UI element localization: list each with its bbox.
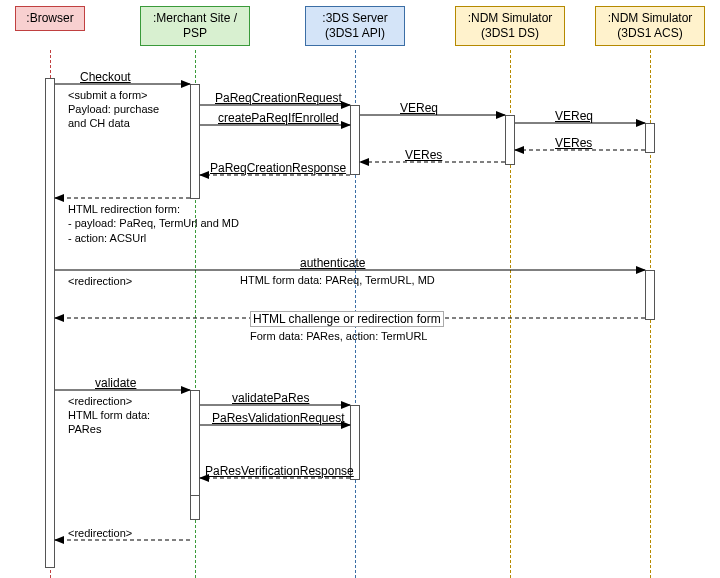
activation-acs-2 <box>645 270 655 320</box>
activation-ds-1 <box>505 115 515 165</box>
msg-authenticate: authenticate <box>300 256 365 270</box>
participant-acs: :NDM Simulator (3DS1 ACS) <box>595 6 705 46</box>
msg-payload-1: Payload: purchase and CH data <box>68 102 159 131</box>
msg-vereq-1: VEReq <box>400 101 438 115</box>
msg-redirection-3: <redirection> <box>68 526 132 540</box>
participant-merchant: :Merchant Site / PSP <box>140 6 250 46</box>
msg-formdata-3: HTML form data: PARes <box>68 408 150 437</box>
msg-pares-val-req: PaResValidationRequest <box>212 411 345 425</box>
msg-formdata-1: HTML form data: PAReq, TermURL, MD <box>240 274 435 287</box>
msg-vereq-2: VEReq <box>555 109 593 123</box>
sequence-diagram: :Browser :Merchant Site / PSP :3DS Serve… <box>0 0 720 578</box>
msg-pareq-req: PaReqCreationRequest <box>215 91 342 105</box>
participant-server: :3DS Server (3DS1 API) <box>305 6 405 46</box>
arrows-layer <box>0 0 720 578</box>
activation-merchant-1 <box>190 84 200 199</box>
participant-ds: :NDM Simulator (3DS1 DS) <box>455 6 565 46</box>
msg-veres-2: VERes <box>405 148 442 162</box>
activation-server-1 <box>350 105 360 175</box>
activation-merchant-3 <box>190 495 200 520</box>
msg-formdata-2: Form data: PARes, action: TermURL <box>250 330 428 343</box>
msg-create-pareq: createPaReqIfEnrolled <box>218 111 339 125</box>
msg-checkout: Checkout <box>80 70 131 84</box>
msg-challenge: HTML challenge or redirection form <box>250 311 444 327</box>
participant-browser: :Browser <box>15 6 85 31</box>
msg-pareq-resp: PaReqCreationResponse <box>210 161 346 175</box>
msg-html-redir: HTML redirection form: - payload: PaReq,… <box>68 202 239 245</box>
activation-browser-1 <box>45 78 55 568</box>
msg-pares-ver-resp: PaResVerificationResponse <box>205 464 354 478</box>
activation-acs-1 <box>645 123 655 153</box>
msg-redirection-1: <redirection> <box>68 274 132 288</box>
msg-validate: validate <box>95 376 136 390</box>
msg-veres-1: VERes <box>555 136 592 150</box>
msg-validate-pares: validatePaRes <box>232 391 309 405</box>
msg-submit-form: <submit a form> <box>68 88 147 102</box>
msg-redirection-2: <redirection> <box>68 394 132 408</box>
